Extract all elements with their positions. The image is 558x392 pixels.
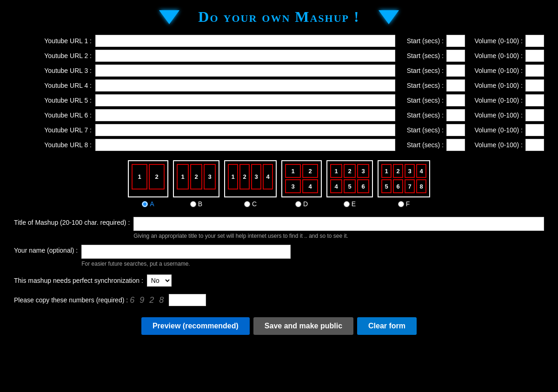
title-hint: Giving an appropriate title to your set …: [133, 233, 544, 239]
grid-cell: 8: [416, 179, 426, 193]
volume-input-4[interactable]: [525, 79, 544, 91]
grid-cell: 7: [405, 179, 415, 193]
arrow-right-icon: [379, 10, 399, 24]
layout-radio-label-A: A: [150, 200, 154, 208]
url-row-3: Youtube URL 3 : Start (secs) : Volume (0…: [14, 65, 544, 77]
captcha-input[interactable]: [169, 294, 206, 306]
volume-input-8[interactable]: [525, 139, 544, 151]
start-input-7[interactable]: [446, 124, 465, 136]
volume-input-6[interactable]: [525, 109, 544, 121]
volume-label-8: Volume (0-100) :: [465, 141, 525, 149]
url-row-8: Youtube URL 8 : Start (secs) : Volume (0…: [14, 139, 544, 151]
start-input-4[interactable]: [446, 79, 465, 91]
layout-radio-row-D[interactable]: D: [295, 200, 308, 208]
url-input-3[interactable]: [95, 65, 395, 77]
volume-input-5[interactable]: [525, 94, 544, 106]
layout-radio-label-E: E: [352, 200, 356, 208]
page-header: Do your own Mashup !: [0, 0, 558, 35]
url-input-1[interactable]: [95, 35, 395, 47]
start-label-1: Start (secs) :: [395, 37, 446, 45]
layout-radio-E[interactable]: [344, 201, 350, 207]
url-rows-section: Youtube URL 1 : Start (secs) : Volume (0…: [0, 35, 558, 151]
volume-label-7: Volume (0-100) :: [465, 126, 525, 134]
name-input-block: For easier future searches, put a userna…: [81, 245, 544, 267]
volume-label-5: Volume (0-100) :: [465, 97, 525, 104]
sync-label: This mashup needs perfect synchronizatio…: [14, 277, 143, 284]
url-row-2: Youtube URL 2 : Start (secs) : Volume (0…: [14, 50, 544, 62]
layout-radio-row-E[interactable]: E: [344, 200, 356, 208]
start-input-6[interactable]: [446, 109, 465, 121]
grid-cell: 1: [177, 164, 189, 189]
volume-input-7[interactable]: [525, 124, 544, 136]
arrow-left-icon: [159, 10, 179, 24]
layout-radio-label-D: D: [303, 200, 308, 208]
url-label-8: Youtube URL 8 :: [14, 141, 95, 149]
layout-grid-C: 1234: [224, 160, 277, 197]
grid-cell: 2: [149, 164, 165, 189]
start-label-2: Start (secs) :: [395, 52, 446, 59]
layout-radio-F[interactable]: [398, 201, 404, 207]
layout-radio-A[interactable]: [142, 201, 148, 207]
url-label-6: Youtube URL 6 :: [14, 111, 95, 119]
layout-grid-E: 123456: [326, 160, 373, 197]
start-label-5: Start (secs) :: [395, 97, 446, 104]
layout-option-D: 1234D: [281, 160, 322, 208]
layout-radio-row-B[interactable]: B: [190, 200, 202, 208]
start-label-7: Start (secs) :: [395, 126, 446, 134]
grid-cell: 2: [344, 164, 356, 178]
layout-radio-row-C[interactable]: C: [244, 200, 257, 208]
start-label-4: Start (secs) :: [395, 82, 446, 89]
grid-cell: 5: [381, 179, 392, 193]
layout-radio-D[interactable]: [295, 201, 301, 207]
preview-button[interactable]: Preview (recommended): [141, 317, 250, 335]
layout-radio-label-B: B: [198, 200, 202, 208]
name-input[interactable]: [81, 245, 291, 259]
volume-input-2[interactable]: [525, 50, 544, 62]
url-label-2: Youtube URL 2 :: [14, 52, 95, 59]
volume-label-3: Volume (0-100) :: [465, 67, 525, 74]
url-input-5[interactable]: [95, 94, 395, 106]
start-input-8[interactable]: [446, 139, 465, 151]
start-input-5[interactable]: [446, 94, 465, 106]
url-label-7: Youtube URL 7 :: [14, 126, 95, 134]
title-input[interactable]: [133, 217, 544, 231]
layout-radio-label-C: C: [252, 200, 257, 208]
start-input-3[interactable]: [446, 65, 465, 77]
start-input-2[interactable]: [446, 50, 465, 62]
url-row-1: Youtube URL 1 : Start (secs) : Volume (0…: [14, 35, 544, 47]
volume-input-1[interactable]: [525, 35, 544, 47]
grid-cell: 2: [393, 164, 403, 178]
grid-cell: 2: [239, 164, 250, 189]
volume-label-4: Volume (0-100) :: [465, 82, 525, 89]
url-label-5: Youtube URL 5 :: [14, 97, 95, 104]
grid-cell: 3: [357, 164, 369, 178]
url-input-8[interactable]: [95, 139, 395, 151]
sync-row: This mashup needs perfect synchronizatio…: [0, 274, 558, 287]
layout-radio-row-A[interactable]: A: [142, 200, 154, 208]
grid-cell: 1: [285, 164, 301, 178]
url-label-4: Youtube URL 4 :: [14, 82, 95, 89]
layout-radio-C[interactable]: [244, 201, 250, 207]
layout-option-E: 123456E: [326, 160, 373, 208]
url-input-7[interactable]: [95, 124, 395, 136]
button-row: Preview (recommended) Save and make publ…: [0, 317, 558, 335]
layout-grid-B: 123: [173, 160, 219, 197]
url-input-2[interactable]: [95, 50, 395, 62]
url-row-4: Youtube URL 4 : Start (secs) : Volume (0…: [14, 79, 544, 91]
layout-radio-row-F[interactable]: F: [398, 200, 410, 208]
url-row-6: Youtube URL 6 : Start (secs) : Volume (0…: [14, 109, 544, 121]
volume-label-6: Volume (0-100) :: [465, 111, 525, 119]
layout-option-A: 12A: [128, 160, 168, 208]
clear-button[interactable]: Clear form: [357, 317, 417, 335]
grid-cell: 6: [393, 179, 403, 193]
url-label-3: Youtube URL 3 :: [14, 67, 95, 74]
save-button[interactable]: Save and make public: [253, 317, 353, 335]
volume-input-3[interactable]: [525, 65, 544, 77]
start-input-1[interactable]: [446, 35, 465, 47]
layout-radio-B[interactable]: [190, 201, 196, 207]
name-row: Your name (optional) : For easier future…: [14, 245, 544, 267]
url-input-6[interactable]: [95, 109, 395, 121]
url-input-4[interactable]: [95, 79, 395, 91]
sync-select[interactable]: No Yes: [147, 274, 172, 287]
url-row-5: Youtube URL 5 : Start (secs) : Volume (0…: [14, 94, 544, 106]
